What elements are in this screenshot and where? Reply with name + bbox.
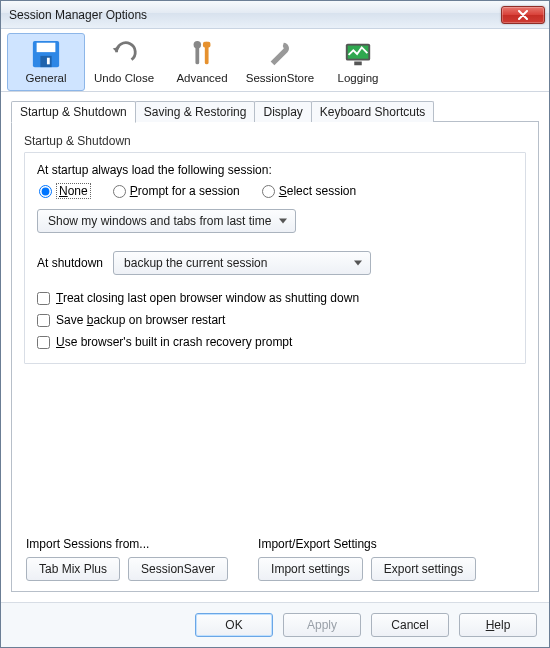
monitor-icon bbox=[342, 38, 374, 70]
startup-dropdown[interactable]: Show my windows and tabs from last time bbox=[37, 209, 296, 233]
maintab-logging[interactable]: Logging bbox=[319, 33, 397, 91]
wrench-icon bbox=[264, 38, 296, 70]
options-window: Session Manager Options General Undo Clo… bbox=[0, 0, 550, 648]
shutdown-dropdown-value: backup the current session bbox=[124, 256, 267, 270]
maintab-advanced[interactable]: Advanced bbox=[163, 33, 241, 91]
maintab-label: SessionStore bbox=[246, 72, 314, 84]
radio-none-label: None bbox=[56, 183, 91, 199]
maintab-undo-close[interactable]: Undo Close bbox=[85, 33, 163, 91]
main-tab-bar: General Undo Close Advanced SessionStore… bbox=[1, 29, 549, 92]
radio-prompt-input[interactable] bbox=[113, 185, 126, 198]
shutdown-label: At shutdown bbox=[37, 256, 103, 270]
svg-rect-1 bbox=[37, 43, 56, 52]
check-treat-close-label: Treat closing last open browser window a… bbox=[56, 291, 359, 305]
radio-select-input[interactable] bbox=[262, 185, 275, 198]
svg-rect-2 bbox=[40, 56, 51, 67]
check-save-backup-input[interactable] bbox=[37, 314, 50, 327]
checkbox-list: Treat closing last open browser window a… bbox=[37, 291, 513, 349]
startup-shutdown-group: At startup always load the following ses… bbox=[24, 152, 526, 364]
radio-prompt[interactable]: Prompt for a session bbox=[113, 184, 240, 198]
tab-saving-restoring[interactable]: Saving & Restoring bbox=[135, 101, 256, 122]
window-title: Session Manager Options bbox=[9, 8, 501, 22]
check-crash-recovery-input[interactable] bbox=[37, 336, 50, 349]
check-treat-close-input[interactable] bbox=[37, 292, 50, 305]
svg-point-6 bbox=[194, 41, 202, 49]
tab-panel: Startup & Shutdown At startup always loa… bbox=[11, 121, 539, 592]
group-title: Startup & Shutdown bbox=[24, 134, 526, 148]
tools-icon bbox=[186, 38, 218, 70]
ok-button[interactable]: OK bbox=[195, 613, 273, 637]
undo-icon bbox=[108, 38, 140, 70]
cancel-button[interactable]: Cancel bbox=[371, 613, 449, 637]
import-sessions-title: Import Sessions from... bbox=[26, 537, 228, 551]
titlebar: Session Manager Options bbox=[1, 1, 549, 29]
chevron-down-icon bbox=[279, 219, 287, 224]
help-button[interactable]: Help bbox=[459, 613, 537, 637]
maintab-label: Advanced bbox=[176, 72, 227, 84]
check-crash-recovery-label: Use browser's built in crash recovery pr… bbox=[56, 335, 292, 349]
floppy-icon bbox=[30, 38, 62, 70]
apply-button[interactable]: Apply bbox=[283, 613, 361, 637]
content-area: Startup & Shutdown Saving & Restoring Di… bbox=[1, 92, 549, 602]
check-save-backup-label: Save backup on browser restart bbox=[56, 313, 225, 327]
close-button[interactable] bbox=[501, 6, 545, 24]
tab-keyboard[interactable]: Keyboard Shortcuts bbox=[311, 101, 434, 122]
bottom-sections: Import Sessions from... Tab Mix Plus Ses… bbox=[24, 533, 526, 581]
check-save-backup[interactable]: Save backup on browser restart bbox=[37, 313, 513, 327]
shutdown-dropdown[interactable]: backup the current session bbox=[113, 251, 371, 275]
check-crash-recovery[interactable]: Use browser's built in crash recovery pr… bbox=[37, 335, 513, 349]
startup-radio-group: None Prompt for a session Select session bbox=[39, 183, 513, 199]
dialog-footer: OK Apply Cancel Help bbox=[1, 602, 549, 647]
shutdown-row: At shutdown backup the current session bbox=[37, 251, 513, 275]
tab-display[interactable]: Display bbox=[254, 101, 311, 122]
radio-prompt-label: Prompt for a session bbox=[130, 184, 240, 198]
maintab-sessionstore[interactable]: SessionStore bbox=[241, 33, 319, 91]
btn-export-settings[interactable]: Export settings bbox=[371, 557, 476, 581]
maintab-label: Undo Close bbox=[94, 72, 154, 84]
import-export-section: Import/Export Settings Import settings E… bbox=[258, 537, 476, 581]
inner-tab-strip: Startup & Shutdown Saving & Restoring Di… bbox=[11, 101, 539, 122]
svg-rect-10 bbox=[354, 62, 362, 66]
btn-tabmixplus[interactable]: Tab Mix Plus bbox=[26, 557, 120, 581]
radio-select[interactable]: Select session bbox=[262, 184, 356, 198]
tab-startup-shutdown[interactable]: Startup & Shutdown bbox=[11, 101, 136, 123]
maintab-general[interactable]: General bbox=[7, 33, 85, 91]
svg-rect-3 bbox=[47, 58, 50, 65]
radio-none[interactable]: None bbox=[39, 183, 91, 199]
check-treat-close[interactable]: Treat closing last open browser window a… bbox=[37, 291, 513, 305]
maintab-label: Logging bbox=[338, 72, 379, 84]
startup-dropdown-value: Show my windows and tabs from last time bbox=[48, 214, 271, 228]
import-export-title: Import/Export Settings bbox=[258, 537, 476, 551]
import-sessions-section: Import Sessions from... Tab Mix Plus Ses… bbox=[26, 537, 228, 581]
btn-import-settings[interactable]: Import settings bbox=[258, 557, 363, 581]
svg-rect-7 bbox=[203, 42, 211, 48]
maintab-label: General bbox=[26, 72, 67, 84]
startup-text: At startup always load the following ses… bbox=[37, 163, 513, 177]
btn-sessionsaver[interactable]: SessionSaver bbox=[128, 557, 228, 581]
close-icon bbox=[518, 10, 528, 20]
radio-select-label: Select session bbox=[279, 184, 356, 198]
radio-none-input[interactable] bbox=[39, 185, 52, 198]
chevron-down-icon bbox=[354, 261, 362, 266]
